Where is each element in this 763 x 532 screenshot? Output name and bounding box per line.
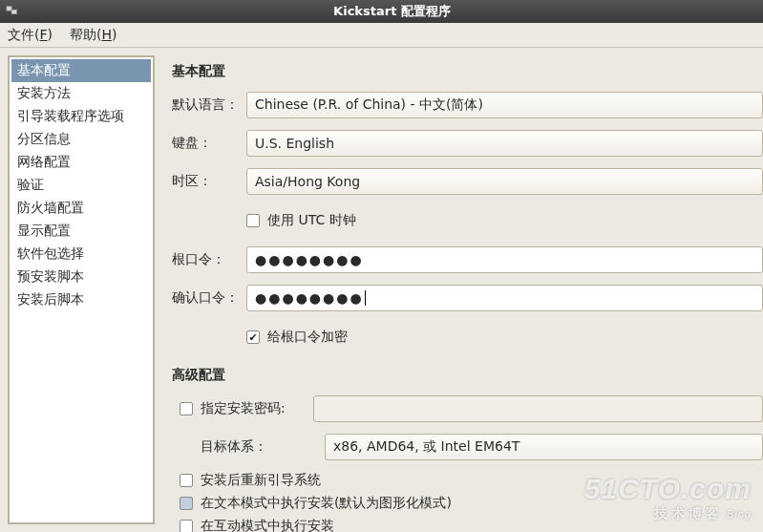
arch-select[interactable]: x86, AMD64, 或 Intel EM64T (325, 434, 763, 460)
sidebar-item-9[interactable]: 预安装脚本 (11, 266, 151, 288)
lang-label: 默认语言： (172, 96, 246, 114)
confirm-password-label: 确认口令： (172, 289, 246, 307)
utc-label: 使用 UTC 时钟 (267, 212, 356, 229)
confirm-password-value: ●●●●●●●● (255, 290, 364, 306)
timezone-select[interactable]: Asia/Hong Kong (246, 168, 763, 195)
arch-label: 目标体系： (201, 438, 325, 456)
sidebar-item-7[interactable]: 显示配置 (11, 220, 151, 243)
root-password-value: ●●●●●●●● (255, 252, 364, 267)
sidebar-item-6[interactable]: 防火墙配置 (11, 197, 151, 220)
window-titlebar: Kickstart 配置程序 (0, 0, 763, 23)
content-panel: 基本配置 默认语言： Chinese (P.R. of China) - 中文(… (155, 48, 763, 532)
sidebar-item-8[interactable]: 软件包选择 (11, 243, 151, 266)
sidebar-item-3[interactable]: 分区信息 (11, 128, 151, 151)
sidebar-item-1[interactable]: 安装方法 (11, 82, 151, 105)
interactive-checkbox[interactable] (180, 520, 193, 532)
textmode-label: 在文本模式中执行安装(默认为图形化模式) (201, 495, 452, 512)
encrypt-checkbox[interactable] (246, 330, 260, 344)
basic-section-title: 基本配置 (172, 63, 763, 80)
sidebar-item-2[interactable]: 引导装载程序选项 (11, 105, 151, 128)
window-title: Kickstart 配置程序 (27, 3, 757, 20)
text-cursor (365, 290, 366, 306)
specify-password-input[interactable] (313, 395, 763, 422)
menu-file[interactable]: 文件(F) (8, 27, 53, 44)
sidebar-item-0[interactable]: 基本配置 (11, 59, 151, 82)
arch-value: x86, AMD64, 或 Intel EM64T (333, 438, 519, 456)
sidebar: 基本配置安装方法引导装载程序选项分区信息网络配置验证防火墙配置显示配置软件包选择… (8, 55, 155, 524)
textmode-checkbox[interactable] (180, 497, 193, 510)
utc-checkbox[interactable] (246, 214, 260, 227)
app-icon (6, 5, 19, 18)
timezone-label: 时区： (172, 173, 246, 190)
interactive-label: 在互动模式中执行安装 (201, 518, 334, 532)
confirm-password-input[interactable]: ●●●●●●●● (246, 285, 763, 311)
specify-password-label: 指定安装密码: (201, 400, 306, 417)
lang-value: Chinese (P.R. of China) - 中文(简体) (255, 96, 483, 114)
keyboard-label: 键盘： (172, 135, 246, 152)
root-password-input[interactable]: ●●●●●●●● (246, 246, 763, 273)
menubar: 文件(F) 帮助(H) (0, 23, 763, 48)
reboot-label: 安装后重新引导系统 (201, 472, 321, 489)
encrypt-label: 给根口令加密 (267, 329, 348, 346)
specify-password-checkbox[interactable] (180, 402, 193, 415)
reboot-checkbox[interactable] (180, 474, 193, 487)
svg-rect-1 (11, 10, 16, 13)
sidebar-item-4[interactable]: 网络配置 (11, 151, 151, 174)
advanced-section-title: 高级配置 (172, 367, 763, 384)
lang-select[interactable]: Chinese (P.R. of China) - 中文(简体) (246, 92, 763, 118)
svg-rect-0 (7, 7, 11, 11)
sidebar-item-10[interactable]: 安装后脚本 (11, 288, 151, 311)
menu-help[interactable]: 帮助(H) (70, 27, 117, 44)
timezone-value: Asia/Hong Kong (255, 174, 360, 189)
sidebar-item-5[interactable]: 验证 (11, 174, 151, 197)
keyboard-select[interactable]: U.S. English (246, 130, 763, 157)
root-password-label: 根口令： (172, 251, 246, 268)
keyboard-value: U.S. English (255, 136, 334, 151)
